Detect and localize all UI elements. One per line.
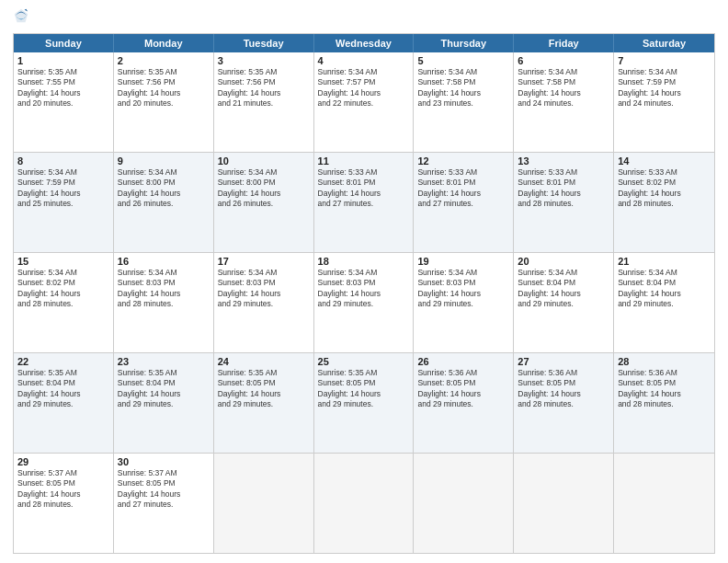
weekday-header: Wednesday [314, 34, 415, 52]
weekday-header: Monday [114, 34, 214, 52]
calendar-cell: 1Sunrise: 5:35 AMSunset: 7:55 PMDaylight… [14, 52, 114, 152]
day-number: 2 [118, 55, 210, 66]
calendar-cell: 25Sunrise: 5:35 AMSunset: 8:05 PMDayligh… [314, 353, 415, 453]
calendar-body: 1Sunrise: 5:35 AMSunset: 7:55 PMDaylight… [14, 52, 714, 553]
calendar-cell: 10Sunrise: 5:34 AMSunset: 8:00 PMDayligh… [214, 153, 314, 252]
calendar-cell: 26Sunrise: 5:36 AMSunset: 8:05 PMDayligh… [414, 353, 514, 453]
day-number: 24 [218, 356, 310, 367]
cell-info: Sunrise: 5:34 AMSunset: 8:04 PMDaylight:… [518, 268, 609, 310]
calendar-cell: 29Sunrise: 5:37 AMSunset: 8:05 PMDayligh… [14, 454, 114, 553]
calendar-cell: 14Sunrise: 5:33 AMSunset: 8:02 PMDayligh… [614, 153, 714, 252]
day-number: 15 [17, 256, 109, 267]
empty-cell [314, 454, 415, 553]
calendar-cell: 2Sunrise: 5:35 AMSunset: 7:56 PMDaylight… [114, 52, 214, 152]
calendar-cell: 13Sunrise: 5:33 AMSunset: 8:01 PMDayligh… [514, 153, 614, 252]
cell-info: Sunrise: 5:34 AMSunset: 8:03 PMDaylight:… [218, 268, 310, 310]
calendar-cell: 24Sunrise: 5:35 AMSunset: 8:05 PMDayligh… [214, 353, 314, 453]
cell-info: Sunrise: 5:37 AMSunset: 8:05 PMDaylight:… [17, 468, 109, 511]
day-number: 19 [417, 256, 509, 267]
day-number: 14 [618, 155, 711, 167]
cell-info: Sunrise: 5:34 AMSunset: 8:00 PMDaylight:… [118, 167, 210, 210]
cell-info: Sunrise: 5:33 AMSunset: 8:01 PMDaylight:… [518, 167, 609, 210]
calendar-cell: 18Sunrise: 5:34 AMSunset: 8:03 PMDayligh… [314, 253, 415, 352]
day-number: 7 [618, 55, 711, 66]
day-number: 3 [218, 55, 310, 66]
day-number: 28 [618, 356, 711, 367]
page: SundayMondayTuesdayWednesdayThursdayFrid… [0, 0, 728, 563]
weekday-header: Tuesday [214, 34, 314, 52]
cell-info: Sunrise: 5:35 AMSunset: 7:56 PMDaylight:… [118, 67, 210, 109]
calendar-cell: 6Sunrise: 5:34 AMSunset: 7:58 PMDaylight… [514, 52, 614, 152]
cell-info: Sunrise: 5:34 AMSunset: 8:00 PMDaylight:… [218, 167, 310, 210]
empty-cell [514, 454, 614, 553]
cell-info: Sunrise: 5:34 AMSunset: 8:03 PMDaylight:… [118, 268, 210, 310]
weekday-header: Friday [514, 34, 614, 52]
calendar-cell: 9Sunrise: 5:34 AMSunset: 8:00 PMDaylight… [114, 153, 214, 252]
calendar-cell: 16Sunrise: 5:34 AMSunset: 8:03 PMDayligh… [114, 253, 214, 352]
cell-info: Sunrise: 5:36 AMSunset: 8:05 PMDaylight:… [518, 368, 609, 410]
day-number: 22 [17, 356, 109, 367]
calendar-cell: 7Sunrise: 5:34 AMSunset: 7:59 PMDaylight… [614, 52, 714, 152]
cell-info: Sunrise: 5:37 AMSunset: 8:05 PMDaylight:… [118, 468, 210, 511]
day-number: 12 [417, 155, 509, 167]
empty-cell [414, 454, 514, 553]
calendar-header: SundayMondayTuesdayWednesdayThursdayFrid… [14, 34, 714, 52]
calendar-cell: 23Sunrise: 5:35 AMSunset: 8:04 PMDayligh… [114, 353, 214, 453]
calendar-cell: 17Sunrise: 5:34 AMSunset: 8:03 PMDayligh… [214, 253, 314, 352]
logo-icon [13, 7, 29, 24]
cell-info: Sunrise: 5:34 AMSunset: 8:04 PMDaylight:… [618, 268, 711, 310]
cell-info: Sunrise: 5:35 AMSunset: 8:04 PMDaylight:… [118, 368, 210, 410]
cell-info: Sunrise: 5:36 AMSunset: 8:05 PMDaylight:… [417, 368, 509, 410]
cell-info: Sunrise: 5:34 AMSunset: 7:59 PMDaylight:… [17, 167, 109, 210]
cell-info: Sunrise: 5:35 AMSunset: 7:56 PMDaylight:… [218, 67, 310, 109]
day-number: 10 [218, 155, 310, 167]
calendar-cell: 12Sunrise: 5:33 AMSunset: 8:01 PMDayligh… [414, 153, 514, 252]
calendar-cell: 20Sunrise: 5:34 AMSunset: 8:04 PMDayligh… [514, 253, 614, 352]
empty-cell [614, 454, 714, 553]
calendar-cell: 3Sunrise: 5:35 AMSunset: 7:56 PMDaylight… [214, 52, 314, 152]
day-number: 16 [118, 256, 210, 267]
cell-info: Sunrise: 5:33 AMSunset: 8:01 PMDaylight:… [417, 167, 509, 210]
calendar-cell: 11Sunrise: 5:33 AMSunset: 8:01 PMDayligh… [314, 153, 415, 252]
cell-info: Sunrise: 5:34 AMSunset: 7:58 PMDaylight:… [417, 67, 509, 109]
day-number: 5 [417, 55, 509, 66]
day-number: 30 [118, 456, 210, 467]
day-number: 8 [17, 155, 109, 167]
day-number: 29 [17, 456, 109, 467]
day-number: 6 [518, 55, 609, 66]
cell-info: Sunrise: 5:35 AMSunset: 7:55 PMDaylight:… [17, 67, 109, 109]
calendar-row: 15Sunrise: 5:34 AMSunset: 8:02 PMDayligh… [14, 253, 714, 353]
day-number: 13 [518, 155, 609, 167]
day-number: 11 [318, 155, 410, 167]
day-number: 23 [118, 356, 210, 367]
header [13, 9, 715, 24]
calendar-row: 29Sunrise: 5:37 AMSunset: 8:05 PMDayligh… [14, 454, 714, 553]
calendar-cell: 21Sunrise: 5:34 AMSunset: 8:04 PMDayligh… [614, 253, 714, 352]
calendar-row: 22Sunrise: 5:35 AMSunset: 8:04 PMDayligh… [14, 353, 714, 454]
weekday-header: Sunday [14, 34, 114, 52]
day-number: 9 [118, 155, 210, 167]
day-number: 1 [17, 55, 109, 66]
logo [13, 9, 33, 24]
calendar-cell: 30Sunrise: 5:37 AMSunset: 8:05 PMDayligh… [114, 454, 214, 553]
calendar-cell: 22Sunrise: 5:35 AMSunset: 8:04 PMDayligh… [14, 353, 114, 453]
cell-info: Sunrise: 5:33 AMSunset: 8:01 PMDaylight:… [318, 167, 410, 210]
calendar: SundayMondayTuesdayWednesdayThursdayFrid… [13, 33, 715, 554]
day-number: 17 [218, 256, 310, 267]
day-number: 26 [417, 356, 509, 367]
calendar-row: 1Sunrise: 5:35 AMSunset: 7:55 PMDaylight… [14, 52, 714, 153]
weekday-header: Thursday [414, 34, 514, 52]
calendar-cell: 28Sunrise: 5:36 AMSunset: 8:05 PMDayligh… [614, 353, 714, 453]
day-number: 4 [318, 55, 410, 66]
cell-info: Sunrise: 5:34 AMSunset: 7:59 PMDaylight:… [618, 67, 711, 109]
cell-info: Sunrise: 5:34 AMSunset: 8:02 PMDaylight:… [17, 268, 109, 310]
day-number: 20 [518, 256, 609, 267]
calendar-cell: 27Sunrise: 5:36 AMSunset: 8:05 PMDayligh… [514, 353, 614, 453]
cell-info: Sunrise: 5:35 AMSunset: 8:04 PMDaylight:… [17, 368, 109, 410]
day-number: 27 [518, 356, 609, 367]
day-number: 25 [318, 356, 410, 367]
empty-cell [214, 454, 314, 553]
day-number: 18 [318, 256, 410, 267]
cell-info: Sunrise: 5:34 AMSunset: 8:03 PMDaylight:… [318, 268, 410, 310]
cell-info: Sunrise: 5:35 AMSunset: 8:05 PMDaylight:… [218, 368, 310, 410]
